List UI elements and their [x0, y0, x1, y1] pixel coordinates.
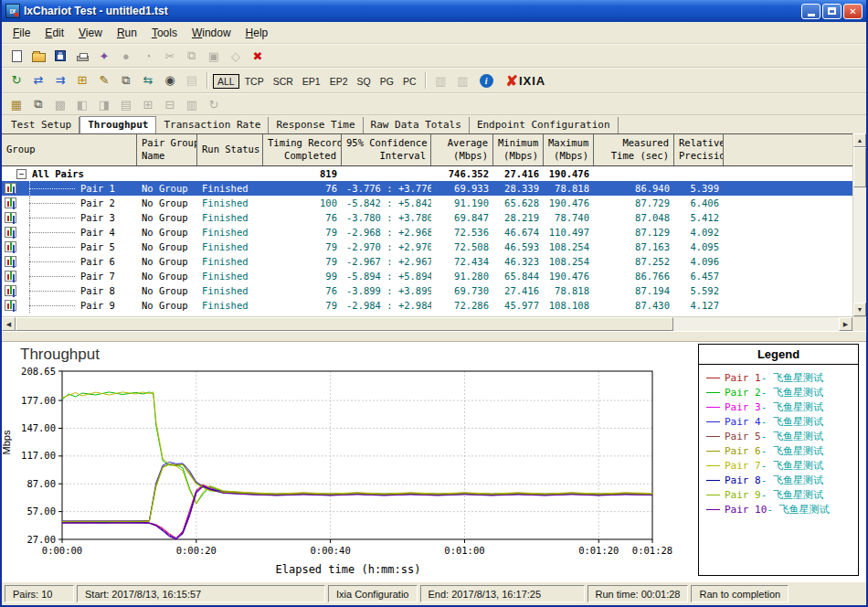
toolbar-separator [206, 72, 208, 89]
copy-graph-icon: ▩ [50, 95, 70, 113]
menu-file[interactable]: File [5, 24, 37, 42]
replicate-pair-icon[interactable]: ⧉ [116, 71, 136, 90]
filter-button-pg[interactable]: PG [376, 75, 397, 88]
print-icon[interactable] [72, 47, 92, 65]
value-cell: 87.430 [594, 300, 674, 311]
cut-icon: ✂ [160, 47, 180, 65]
scroll-down-button[interactable]: ▼ [853, 303, 866, 316]
table-row-pair-4[interactable]: Pair 4No GroupFinished79-2.968 : +2.9687… [2, 225, 852, 240]
value-cell: 108.108 [544, 300, 594, 311]
scroll-up-button[interactable]: ▲ [853, 133, 866, 147]
horizontal-scrollbar[interactable]: ◀ ▶ [2, 317, 852, 331]
menu-edit[interactable]: Edit [37, 24, 71, 42]
menu-help[interactable]: Help [238, 24, 276, 42]
abort-icon[interactable]: ✖ [248, 47, 268, 65]
horizontal-scroll-track[interactable] [673, 317, 839, 331]
pane-splitter[interactable] [2, 331, 866, 342]
rerun-test-icon[interactable]: ↻ [6, 71, 26, 90]
x-tick-label: 0:01:20 [578, 545, 619, 556]
filter-button-tcp[interactable]: TCP [241, 75, 268, 88]
table-row-pair-1[interactable]: Pair 1No GroupFinished76-3.776 : +3.7766… [2, 181, 852, 196]
value-cell: 87.163 [594, 241, 674, 252]
vertical-scrollbar[interactable]: ▲ ▼ [852, 133, 866, 316]
legend-pair-label: Pair 9 [725, 489, 761, 501]
filter-button-sq[interactable]: SQ [354, 75, 375, 88]
value-cell: 87.252 [594, 256, 674, 267]
tab-response-time[interactable]: Response Time [269, 117, 363, 133]
table-row-pair-3[interactable]: Pair 3No GroupFinished76-3.780 : +3.7806… [2, 210, 852, 225]
x-tick-label: 0:01:28 [632, 545, 672, 556]
run-status-cell: Finished [197, 300, 263, 311]
filter-button-ep2[interactable]: EP2 [326, 75, 352, 88]
value-cell: 108.254 [544, 241, 594, 252]
legend-list: Pair 1 - 飞鱼星测试Pair 2 - 飞鱼星测试Pair 3 - 飞鱼星… [699, 365, 858, 522]
table-row-pair-6[interactable]: Pair 6No GroupFinished79-2.967 : +2.9677… [2, 254, 852, 269]
copy-grid-icon[interactable]: ⧉ [28, 95, 48, 113]
select-all-icon[interactable]: ▦ [6, 95, 26, 113]
filter-button-scr[interactable]: SCR [270, 75, 297, 88]
tree-branch-icon [29, 210, 80, 225]
tab-raw-data-totals[interactable]: Raw Data Totals [364, 117, 470, 133]
legend-suffix-label: - 飞鱼星测试 [761, 430, 823, 443]
tab-throughput[interactable]: Throughput [79, 116, 156, 133]
horizontal-scrollbar-row: ◀ ▶ [2, 316, 866, 331]
close-button[interactable]: ✕ [843, 4, 863, 19]
report-wizard-icon[interactable]: ✦ [94, 47, 114, 65]
table-row-pair-5[interactable]: Pair 5No GroupFinished79-2.970 : +2.9707… [2, 240, 852, 254]
ixia-x-icon: ✘ [506, 72, 518, 90]
menu-tools[interactable]: Tools [144, 24, 185, 42]
edit-pair-icon[interactable]: ✎ [94, 71, 114, 90]
table-row-pair-2[interactable]: Pair 2No GroupFinished100-5.842 : +5.842… [2, 196, 852, 210]
table-row-pair-9[interactable]: Pair 9No GroupFinished79-2.984 : +2.9847… [2, 298, 852, 313]
series-line-pair-7 [62, 392, 652, 504]
info-icon[interactable]: i [480, 74, 493, 88]
value-cell: 5.592 [674, 285, 724, 296]
table-row-pair-7[interactable]: Pair 7No GroupFinished99-5.894 : +5.8949… [2, 269, 852, 283]
value-cell: 100 [263, 197, 342, 208]
minimize-button[interactable] [801, 4, 820, 19]
performance-monitor-icon: ▥ [453, 71, 473, 90]
collapse-icon[interactable]: − [16, 169, 26, 179]
y-tick-label: 147.00 [21, 422, 56, 433]
table-row-all-pairs[interactable]: −All Pairs819746.35227.416190.476 [2, 166, 852, 181]
arrange-columns-icon: ▥ [182, 95, 202, 113]
toolbar-extra-icons: ▥▥ [430, 71, 474, 90]
swap-endpoints-icon[interactable]: ⇆ [138, 71, 158, 90]
link-endpoints-icon: ◇ [226, 47, 246, 65]
tab-transaction-rate[interactable]: Transaction Rate [156, 117, 269, 133]
menu-window[interactable]: Window [185, 24, 238, 42]
legend-item-pair-10: Pair 10 - 飞鱼星测试 [706, 502, 851, 516]
table-row-pair-8[interactable]: Pair 8No GroupFinished76-3.899 : +3.8996… [2, 283, 852, 298]
open-test-icon[interactable] [28, 47, 48, 65]
vertical-scroll-thumb[interactable] [853, 147, 866, 187]
scroll-left-button[interactable]: ◀ [2, 317, 16, 331]
menu-view[interactable]: View [71, 24, 110, 42]
view-endpoint-pairs-icon[interactable]: ◉ [160, 71, 180, 90]
add-multicast-group-icon[interactable]: ⊞ [72, 71, 92, 90]
add-multiple-pairs-icon[interactable]: ⇉ [50, 71, 70, 90]
add-pair-icon[interactable]: ⇄ [28, 71, 48, 90]
filter-button-all[interactable]: ALL [213, 74, 239, 89]
horizontal-scroll-thumb[interactable] [16, 317, 673, 331]
vertical-scroll-track[interactable] [853, 187, 866, 303]
value-cell: 78.740 [544, 212, 594, 223]
new-test-icon[interactable] [6, 47, 26, 65]
column-header-maximum: Maximum(Mbps) [544, 134, 594, 165]
summary-value-cell: 27.416 [493, 168, 544, 179]
maximize-button[interactable] [822, 4, 842, 19]
scroll-right-button[interactable]: ▶ [839, 317, 852, 331]
value-cell: 108.254 [544, 256, 594, 267]
filter-button-ep1[interactable]: EP1 [299, 75, 324, 88]
group-cell: Pair 6 [2, 254, 137, 269]
menu-run[interactable]: Run [110, 24, 144, 42]
pair-chart-icon [5, 300, 16, 311]
stop-run-icon: ● [116, 47, 136, 65]
value-cell: 72.434 [431, 256, 493, 267]
group-cell: Pair 5 [2, 240, 137, 254]
tab-endpoint-configuration[interactable]: Endpoint Configuration [470, 117, 619, 133]
value-cell: 28.219 [493, 212, 544, 223]
tree-branch-icon [29, 181, 80, 196]
save-test-icon[interactable] [50, 47, 70, 65]
tab-test-setup[interactable]: Test Setup [4, 117, 79, 133]
filter-button-pc[interactable]: PC [399, 75, 420, 88]
